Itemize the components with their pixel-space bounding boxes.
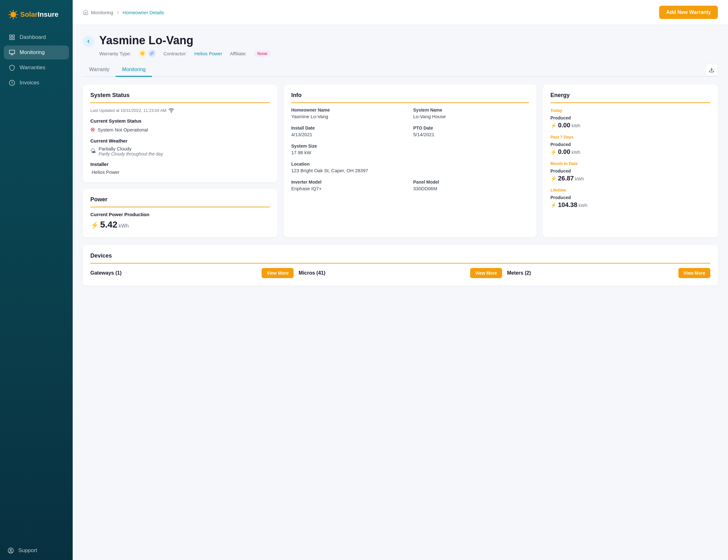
weather-info: Partially Cloudy Partly Cloudy throughou… bbox=[99, 146, 163, 156]
sidebar-item-monitoring[interactable]: Monitoring bbox=[4, 46, 69, 59]
energy-today-value-row: ⚡ 0.00 kWh bbox=[550, 122, 710, 129]
affiliate-label: Affiliate: bbox=[230, 51, 247, 56]
view-more-micros-button[interactable]: View More bbox=[470, 268, 502, 278]
power-number: 5.42 bbox=[100, 220, 118, 230]
support-item[interactable]: Support bbox=[8, 547, 65, 554]
warranty-sun-icon: ☀️ bbox=[139, 50, 146, 57]
energy-monthtodate-label: Month to Date bbox=[550, 161, 578, 166]
device-meters-name: Meters (2) bbox=[507, 270, 531, 276]
homeowner-name-value: Yasmine Lo-Vang bbox=[291, 114, 407, 119]
info-install-date: Install Date 4/13/2021 bbox=[291, 125, 407, 137]
current-power-label: Current Power Production bbox=[90, 212, 270, 217]
energy-past7days-value-row: ⚡ 0.00 kWh bbox=[550, 148, 710, 155]
tab-warranty[interactable]: Warranty bbox=[83, 64, 116, 77]
homeowner-name: Yasmine Lo-Vang bbox=[99, 34, 271, 47]
sidebar-item-dashboard[interactable]: Dashboard bbox=[4, 30, 69, 44]
panel-model-value: 330DD06M bbox=[413, 186, 529, 191]
sidebar-item-label: Warranties bbox=[20, 64, 46, 71]
devices-title: Devices bbox=[90, 253, 710, 264]
logo-sun-icon bbox=[8, 9, 19, 20]
energy-past7days-value: 0.00 bbox=[558, 148, 570, 155]
panel-model-label: Panel Model bbox=[413, 180, 529, 185]
info-homeowner-name: Homeowner Name Yasmine Lo-Vang bbox=[291, 107, 407, 119]
energy-lifetime-value-row: ⚡ 104.38 kWh bbox=[550, 201, 710, 209]
warranty-type-label: Warranty Type: bbox=[99, 51, 131, 56]
svg-rect-12 bbox=[13, 38, 15, 40]
sidebar-item-label: Dashboard bbox=[20, 34, 46, 40]
info-panel-model: Panel Model 330DD06M bbox=[413, 180, 529, 191]
weather-main: Partially Cloudy bbox=[99, 146, 163, 151]
energy-monthtodate-unit: kWh bbox=[575, 176, 584, 181]
energy-today-produced-label: Produced bbox=[550, 115, 710, 120]
energy-monthtodate-value: 26.87 bbox=[558, 175, 574, 182]
sidebar-item-invoices[interactable]: Invoices bbox=[4, 76, 69, 90]
energy-past7days: Past 7 Days Produced ⚡ 0.00 kWh bbox=[550, 134, 710, 155]
energy-lightning-icon-3: ⚡ bbox=[550, 176, 557, 182]
info-inverter-model: Inverter Model Enphase IQ7+ bbox=[291, 180, 407, 191]
main-content: Monitoring Homeowner Details Add New War… bbox=[73, 0, 728, 560]
logo: SolarInsure bbox=[8, 9, 65, 20]
power-title: Power bbox=[90, 196, 270, 207]
download-icon bbox=[709, 67, 714, 73]
svg-line-8 bbox=[10, 17, 11, 18]
svg-rect-13 bbox=[9, 50, 15, 54]
energy-card: Energy Today Produced ⚡ 0.00 kWh Past 7 … bbox=[543, 84, 718, 237]
weather-icon: 🌤 bbox=[90, 148, 96, 155]
logo-area: SolarInsure bbox=[0, 0, 73, 28]
info-pto-date: PTO Date 5/14/2021 bbox=[413, 125, 529, 137]
svg-rect-10 bbox=[13, 35, 15, 37]
add-warranty-button[interactable]: Add New Warranty bbox=[659, 6, 718, 19]
invoices-icon bbox=[9, 80, 15, 86]
info-card: Info Homeowner Name Yasmine Lo-Vang Syst… bbox=[284, 84, 536, 237]
installer-label: Installer bbox=[90, 161, 270, 167]
device-micros: Micros (41) View More bbox=[299, 268, 502, 278]
energy-monthtodate-value-row: ⚡ 26.87 kWh bbox=[550, 175, 710, 182]
energy-title: Energy bbox=[550, 92, 710, 103]
energy-monthtodate: Month to Date Produced ⚡ 26.87 kWh bbox=[550, 161, 710, 182]
energy-today-value: 0.00 bbox=[558, 122, 570, 129]
svg-point-16 bbox=[10, 549, 12, 551]
home-icon bbox=[83, 9, 89, 15]
cards-grid: System Status Last Updated at 10/31/2022… bbox=[83, 84, 718, 237]
system-size-value: 17.98 kW bbox=[291, 150, 407, 155]
homeowner-name-label: Homeowner Name bbox=[291, 107, 407, 113]
sidebar-item-label: Invoices bbox=[20, 80, 39, 86]
svg-point-18 bbox=[171, 112, 172, 113]
info-location: Location 123 Bright Oak St, Caper, OH 28… bbox=[291, 161, 529, 173]
warranties-icon bbox=[9, 64, 15, 71]
sidebar-item-warranties[interactable]: Warranties bbox=[4, 61, 69, 75]
weather-label: Current Weather bbox=[90, 138, 270, 143]
homeowner-info: Yasmine Lo-Vang Warranty Type: ☀️ 🔗 Cont… bbox=[99, 34, 271, 58]
power-card: Power Current Power Production ⚡ 5.42 kW… bbox=[83, 189, 278, 237]
power-unit: kWh bbox=[119, 223, 129, 229]
sidebar-item-label: Monitoring bbox=[20, 49, 45, 56]
current-status-row: ⊗ System Not Operational bbox=[90, 126, 270, 133]
svg-point-0 bbox=[10, 12, 16, 17]
energy-today: Today Produced ⚡ 0.00 kWh bbox=[550, 107, 710, 129]
svg-rect-9 bbox=[10, 35, 12, 37]
page-content: Yasmine Lo-Vang Warranty Type: ☀️ 🔗 Cont… bbox=[73, 25, 728, 560]
power-value-row: ⚡ 5.42 kWh bbox=[90, 220, 270, 230]
current-status-value: System Not Operational bbox=[98, 127, 148, 132]
tab-monitoring[interactable]: Monitoring bbox=[116, 64, 152, 77]
system-size-label: System Size bbox=[291, 143, 407, 149]
view-more-meters-button[interactable]: View More bbox=[678, 268, 710, 278]
info-title: Info bbox=[291, 92, 529, 103]
device-meters: Meters (2) View More bbox=[507, 268, 710, 278]
svg-line-6 bbox=[16, 17, 17, 18]
view-more-gateways-button[interactable]: View More bbox=[262, 268, 294, 278]
devices-row: Gateways (1) View More Micros (41) View … bbox=[90, 268, 710, 278]
back-button[interactable] bbox=[83, 36, 94, 47]
weather-row: 🌤 Partially Cloudy Partly Cloudy through… bbox=[90, 146, 270, 156]
install-date-value: 4/13/2021 bbox=[291, 132, 407, 137]
energy-monthtodate-produced-label: Produced bbox=[550, 168, 710, 173]
download-button[interactable] bbox=[705, 64, 718, 76]
page-header: Monitoring Homeowner Details Add New War… bbox=[73, 0, 728, 25]
support-label: Support bbox=[18, 547, 37, 554]
pto-date-label: PTO Date bbox=[413, 125, 529, 131]
energy-lifetime-value: 104.38 bbox=[558, 201, 577, 209]
installer-name: Helios Power bbox=[90, 169, 270, 175]
contractor-name[interactable]: Helios Power bbox=[194, 51, 222, 56]
wifi-icon bbox=[168, 107, 174, 113]
nav-menu: Dashboard Monitoring Warranties Invoices bbox=[0, 28, 73, 541]
